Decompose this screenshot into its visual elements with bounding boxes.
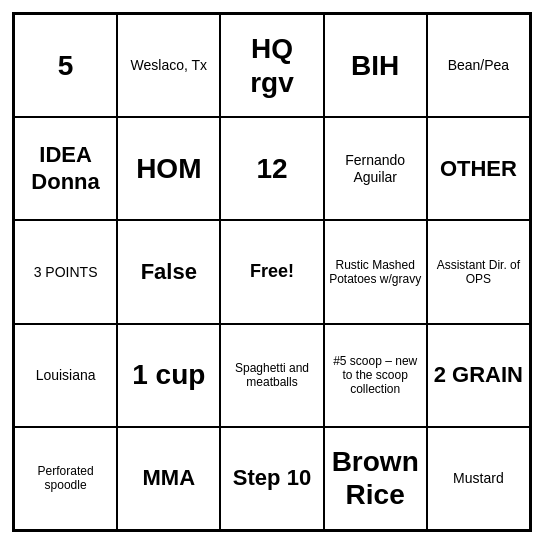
bingo-cell-r0c3: BIH (324, 14, 427, 117)
bingo-cell-r3c2: Spaghetti and meatballs (220, 324, 323, 427)
bingo-cell-r0c1: Weslaco, Tx (117, 14, 220, 117)
bingo-cell-r2c0: 3 POINTS (14, 220, 117, 323)
bingo-cell-r1c1: HOM (117, 117, 220, 220)
bingo-cell-r3c4: 2 GRAIN (427, 324, 530, 427)
bingo-cell-r4c4: Mustard (427, 427, 530, 530)
bingo-cell-r1c0: IDEA Donna (14, 117, 117, 220)
bingo-board: 5Weslaco, TxHQ rgvBIHBean/PeaIDEA DonnaH… (12, 12, 532, 532)
bingo-cell-r4c1: MMA (117, 427, 220, 530)
bingo-cell-r0c0: 5 (14, 14, 117, 117)
bingo-cell-r3c0: Louisiana (14, 324, 117, 427)
bingo-cell-r2c2: Free! (220, 220, 323, 323)
bingo-cell-r0c2: HQ rgv (220, 14, 323, 117)
bingo-cell-r0c4: Bean/Pea (427, 14, 530, 117)
bingo-cell-r2c4: Assistant Dir. of OPS (427, 220, 530, 323)
bingo-cell-r1c3: Fernando Aguilar (324, 117, 427, 220)
bingo-cell-r2c1: False (117, 220, 220, 323)
bingo-cell-r4c3: Brown Rice (324, 427, 427, 530)
bingo-cell-r4c2: Step 10 (220, 427, 323, 530)
bingo-cell-r2c3: Rustic Mashed Potatoes w/gravy (324, 220, 427, 323)
bingo-cell-r1c2: 12 (220, 117, 323, 220)
bingo-cell-r3c3: #5 scoop – new to the scoop collection (324, 324, 427, 427)
bingo-cell-r1c4: OTHER (427, 117, 530, 220)
bingo-cell-r3c1: 1 cup (117, 324, 220, 427)
bingo-cell-r4c0: Perforated spoodle (14, 427, 117, 530)
